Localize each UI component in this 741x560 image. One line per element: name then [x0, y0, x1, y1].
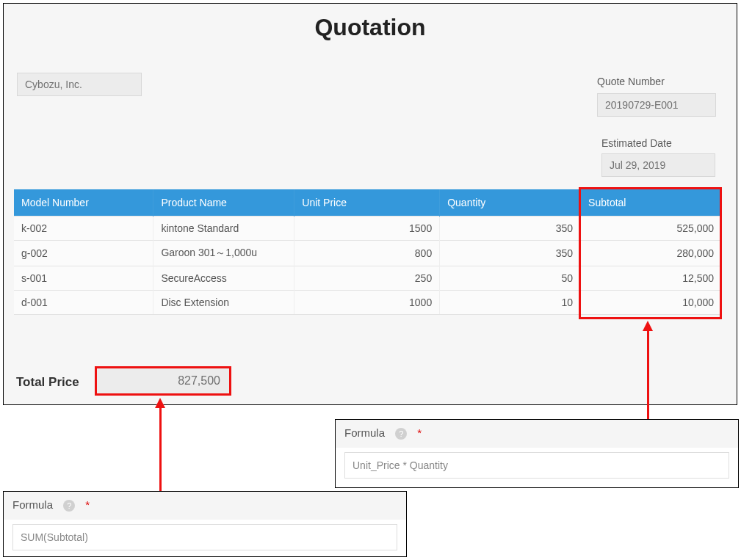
quote-number-label: Quote Number: [597, 76, 665, 87]
formula-header: Formula ? *: [4, 492, 406, 520]
cell-product: SecureAccess: [153, 266, 294, 291]
cell-model: k-002: [14, 217, 153, 241]
help-icon[interactable]: ?: [395, 428, 407, 440]
cell-subtotal: 280,000: [581, 241, 722, 266]
cell-unit: 250: [294, 266, 440, 291]
formula-panel-subtotal: Formula ? * Unit_Price * Quantity: [335, 419, 739, 488]
formula-input-subtotal[interactable]: Unit_Price * Quantity: [344, 452, 729, 479]
line-items-table: Model Number Product Name Unit Price Qua…: [14, 189, 722, 315]
formula-header: Formula ? *: [336, 420, 738, 448]
arrow-line-subtotal: [647, 330, 649, 420]
cell-subtotal: 10,000: [581, 291, 722, 315]
cell-unit: 800: [294, 241, 440, 266]
arrow-head-total: [155, 398, 165, 408]
page-title: Quotation: [4, 14, 737, 41]
total-price-value: 827,500: [95, 366, 231, 396]
table-row: s-001 SecureAccess 250 50 12,500: [14, 266, 722, 291]
help-icon[interactable]: ?: [63, 500, 75, 512]
table-row: g-002 Garoon 301～1,000u 800 350 280,000: [14, 241, 722, 266]
cell-model: s-001: [14, 266, 153, 291]
cell-subtotal: 525,000: [581, 217, 722, 241]
arrow-head-subtotal: [643, 321, 653, 331]
col-header-subtotal: Subtotal: [581, 189, 722, 217]
estimated-date-value: Jul 29, 2019: [601, 153, 715, 177]
cell-subtotal: 12,500: [581, 266, 722, 291]
quotation-frame: Quotation Cybozu, Inc. Quote Number 2019…: [3, 3, 737, 405]
col-header-unit: Unit Price: [294, 189, 440, 217]
required-mark: *: [417, 426, 422, 439]
cell-qty: 350: [440, 241, 581, 266]
col-header-qty: Quantity: [440, 189, 581, 217]
cell-product: Garoon 301～1,000u: [153, 241, 294, 266]
estimated-date-label: Estimated Date: [601, 137, 672, 149]
formula-input-total[interactable]: SUM(Subtotal): [12, 524, 397, 550]
cell-product: Disc Extension: [153, 291, 294, 315]
cell-unit: 1000: [294, 291, 440, 315]
quote-number-value: 20190729-E001: [597, 93, 716, 117]
total-price-label: Total Price: [16, 375, 79, 390]
cell-unit: 1500: [294, 217, 440, 241]
table-row: d-001 Disc Extension 1000 10 10,000: [14, 291, 722, 315]
cell-qty: 350: [440, 217, 581, 241]
cell-model: d-001: [14, 291, 153, 315]
table-row: k-002 kintone Standard 1500 350 525,000: [14, 217, 722, 241]
formula-panel-total: Formula ? * SUM(Subtotal): [3, 491, 407, 557]
cell-product: kintone Standard: [153, 217, 294, 241]
arrow-line-total: [159, 407, 162, 492]
required-mark: *: [85, 498, 90, 511]
col-header-product: Product Name: [153, 189, 294, 217]
col-header-model: Model Number: [14, 189, 153, 217]
cell-model: g-002: [14, 241, 153, 266]
formula-label: Formula: [344, 426, 385, 439]
company-value: Cybozu, Inc.: [17, 73, 142, 96]
table-header-row: Model Number Product Name Unit Price Qua…: [14, 189, 722, 217]
cell-qty: 50: [440, 266, 581, 291]
formula-label: Formula: [12, 498, 53, 511]
cell-qty: 10: [440, 291, 581, 315]
